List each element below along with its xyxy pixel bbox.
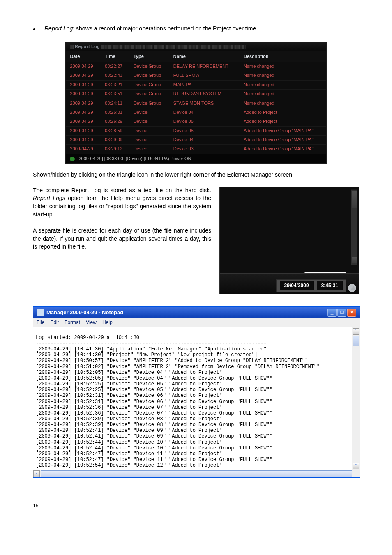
notepad-hscroll[interactable]: ‹ › — [33, 470, 360, 477]
notepad-window: Manager 2009-04-29 - Notepad _ □ × FileE… — [33, 306, 360, 478]
report-log-title: Report Log — [75, 44, 100, 49]
mini-screenshot: Hide Report Log 29/04/2009 8:45:31 — [219, 187, 359, 294]
notepad-menu-bar: FileEditFormatViewHelp — [33, 318, 360, 327]
report-log-header[interactable]: Time — [101, 51, 129, 62]
report-log-cell: Device — [129, 117, 169, 126]
intro-text: : shows a record of major operations per… — [73, 25, 258, 32]
report-log-cell: 2009-04-29 — [66, 80, 101, 89]
mini-clock: 29/04/2009 8:45:31 — [276, 279, 346, 292]
notepad-titlebar[interactable]: Manager 2009-04-29 - Notepad _ □ × — [33, 307, 360, 318]
report-log-cell: 2009-04-29 — [66, 145, 101, 154]
notepad-text-area[interactable]: ----------------------------------------… — [33, 327, 360, 478]
report-log-cell: Added to Device Group "MAIN PA" — [240, 136, 326, 145]
report-log-cell: 08:23:51 — [101, 90, 129, 99]
notepad-icon — [37, 309, 44, 316]
report-log-cell: Device 05 — [169, 117, 240, 126]
menu-item-view[interactable]: View — [86, 319, 97, 326]
report-log-header[interactable]: Name — [169, 51, 240, 62]
menu-item-edit[interactable]: Edit — [50, 319, 59, 326]
report-log-status: [2009-04-29] [08:33:00] (Device) (FRONT … — [66, 154, 326, 163]
report-log-row[interactable]: 2009-04-2908:25:01DeviceDevice 04Added t… — [66, 108, 326, 117]
report-log-cell: Added to Device Group "MAIN PA" — [240, 145, 326, 154]
report-log-cell: 08:24:11 — [101, 99, 129, 108]
minimize-button[interactable]: _ — [327, 309, 337, 317]
report-log-header[interactable]: Type — [129, 51, 169, 62]
report-log-cell: 08:29:09 — [101, 136, 129, 145]
report-log-row[interactable]: 2009-04-2908:22:27Device GroupDELAY REIN… — [66, 62, 326, 71]
report-log-cell: Device 04 — [169, 136, 240, 145]
mini-scrollbar[interactable] — [351, 189, 357, 265]
report-log-cell: Name changed — [240, 90, 326, 99]
menu-item-help[interactable]: Help — [102, 319, 113, 326]
report-log-cell: 08:29:12 — [101, 145, 129, 154]
report-log-cell: 2009-04-29 — [66, 108, 101, 117]
report-log-panel: |||| Report Log ||||||||||||||||||||||||… — [65, 42, 326, 164]
report-log-cell: Name changed — [240, 71, 326, 80]
mini-scroll-thumb-bottom[interactable] — [352, 257, 357, 263]
report-log-header[interactable]: Description — [240, 51, 326, 62]
report-log-cell: Name changed — [240, 62, 326, 71]
report-log-cell: 2009-04-29 — [66, 62, 101, 71]
para2-italic: Report Logs — [33, 195, 65, 201]
menu-item-file[interactable]: File — [37, 319, 44, 326]
report-log-table: DateTimeTypeNameDescription 2009-04-2908… — [66, 51, 326, 154]
intro-label: Report Log — [44, 25, 73, 32]
menu-item-format[interactable]: Format — [65, 319, 80, 326]
report-log-row[interactable]: 2009-04-2908:23:21Device GroupMAIN PANam… — [66, 80, 326, 89]
report-log-cell: Device — [129, 126, 169, 135]
mini-scroll-thumb-top[interactable] — [352, 191, 357, 208]
notepad-vscroll[interactable]: ˄ ˅ — [352, 327, 360, 470]
stripe-left: |||| — [70, 44, 73, 49]
report-log-cell: Device 04 — [169, 108, 240, 117]
report-log-cell: 08:28:59 — [101, 126, 129, 135]
page-number: 16 — [33, 502, 359, 509]
report-log-cell: MAIN PA — [169, 80, 240, 89]
report-log-cell: Device Group — [129, 71, 169, 80]
triangle-up-icon — [350, 286, 356, 290]
report-log-row[interactable]: 2009-04-2908:29:09DeviceDevice 04Added t… — [66, 136, 326, 145]
mini-date: 29/04/2009 — [280, 281, 314, 290]
report-log-cell: 08:22:43 — [101, 71, 129, 80]
scroll-down-icon[interactable]: ˅ — [353, 463, 359, 469]
report-log-cell: 2009-04-29 — [66, 90, 101, 99]
notepad-title: Manager 2009-04-29 - Notepad — [46, 309, 123, 316]
report-log-cell: Added to Project — [240, 117, 326, 126]
intro-paragraph: • Report Log: shows a record of major op… — [33, 25, 359, 35]
vscroll-thumb[interactable] — [353, 336, 359, 346]
hscroll-thumb[interactable] — [41, 470, 352, 477]
para-report-log-storage: The complete Report Log is stored as a t… — [33, 187, 211, 219]
report-log-cell: 08:25:01 — [101, 108, 129, 117]
report-log-cell: Device Group — [129, 90, 169, 99]
scroll-corner — [352, 470, 360, 477]
report-log-cell: Device — [129, 136, 169, 145]
scroll-up-icon[interactable]: ˄ — [353, 328, 359, 335]
report-log-cell: STAGE MONITORS — [169, 99, 240, 108]
report-log-cell: 2009-04-29 — [66, 117, 101, 126]
report-log-row[interactable]: 2009-04-2908:29:12DeviceDevice 03Added t… — [66, 145, 326, 154]
report-log-cell: Device — [129, 145, 169, 154]
report-log-cell: 2009-04-29 — [66, 126, 101, 135]
status-text: [2009-04-29] [08:33:00] (Device) (FRONT … — [77, 156, 191, 162]
report-log-cell: 08:22:27 — [101, 62, 129, 71]
close-button[interactable]: × — [347, 309, 356, 317]
report-log-row[interactable]: 2009-04-2908:22:43Device GroupFULL SHOWN… — [66, 71, 326, 80]
report-log-row[interactable]: 2009-04-2908:26:29DeviceDevice 05Added t… — [66, 117, 326, 126]
report-log-cell: 2009-04-29 — [66, 136, 101, 145]
bullet-icon: • — [33, 25, 44, 35]
report-log-title-bar: |||| Report Log ||||||||||||||||||||||||… — [66, 43, 326, 51]
report-log-cell: 08:23:21 — [101, 80, 129, 89]
stripe-right: ||||||||||||||||||||||||||||||||||||||||… — [101, 44, 245, 49]
scroll-left-icon[interactable]: ‹ — [33, 470, 40, 477]
report-log-row[interactable]: 2009-04-2908:28:59DeviceDevice 05Added t… — [66, 126, 326, 135]
report-log-cell: Device Group — [129, 99, 169, 108]
report-log-cell: Added to Project — [240, 108, 326, 117]
report-log-row[interactable]: 2009-04-2908:23:51Device GroupREDUNDANT … — [66, 90, 326, 99]
toggle-report-log-button[interactable] — [348, 284, 356, 292]
report-log-cell: Device — [129, 108, 169, 117]
maximize-button[interactable]: □ — [337, 309, 346, 317]
report-log-header[interactable]: Date — [66, 51, 101, 62]
report-log-row[interactable]: 2009-04-2908:24:11Device GroupSTAGE MONI… — [66, 99, 326, 108]
report-log-cell: Device Group — [129, 62, 169, 71]
report-log-cell: FULL SHOW — [169, 71, 240, 80]
mini-time: 8:45:31 — [317, 281, 343, 290]
